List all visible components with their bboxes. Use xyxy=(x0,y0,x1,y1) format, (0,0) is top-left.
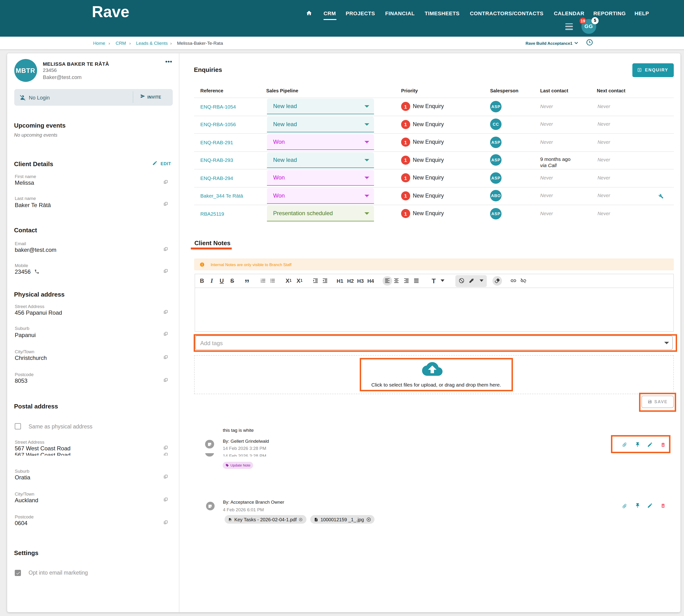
svg-text:PDF: PDF xyxy=(230,520,231,521)
